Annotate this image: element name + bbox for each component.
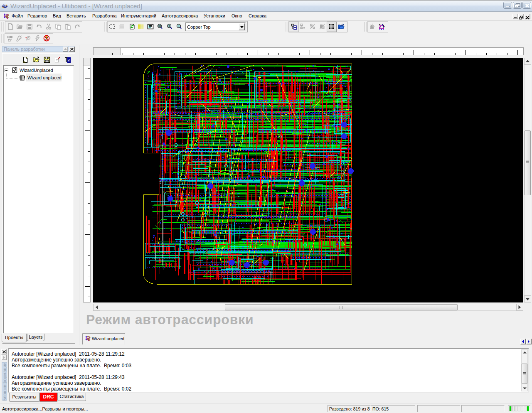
svg-text:e: e: [68, 57, 70, 62]
